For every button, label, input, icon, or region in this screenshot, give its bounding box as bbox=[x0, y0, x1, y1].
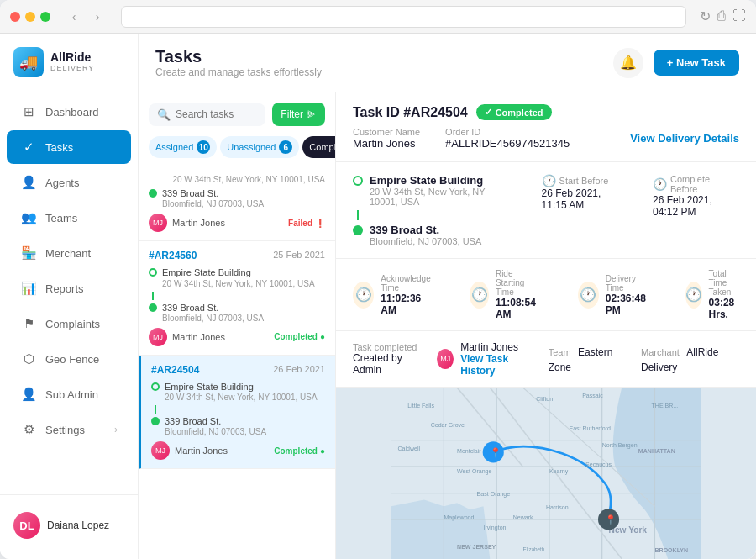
delivery-value: 02:36:48 PM bbox=[606, 293, 652, 316]
route-to-addr: Bloomfield, NJ 07003, USA bbox=[165, 427, 266, 436]
svg-text:Kearny: Kearny bbox=[549, 468, 569, 475]
task-card-header: #AR24504 26 Feb 2021 bbox=[151, 364, 325, 376]
close-button[interactable] bbox=[10, 12, 20, 22]
route-to: 339 Broad St. Bloomfield, NJ 07003, USA bbox=[151, 415, 325, 436]
view-history-link[interactable]: View Task History bbox=[460, 353, 531, 377]
total-time-body: Total Time Taken 03:28 Hrs. bbox=[709, 269, 745, 320]
sub-admin-icon: 👤 bbox=[20, 386, 37, 403]
order-info: Order ID #ALLRIDE456974521345 bbox=[445, 127, 570, 150]
search-input-wrap[interactable]: 🔍 bbox=[149, 103, 265, 126]
customer-label: Customer Name bbox=[353, 127, 420, 137]
forward-button[interactable]: › bbox=[87, 7, 108, 27]
merchant-icon: 🏪 bbox=[20, 245, 37, 261]
map-container[interactable]: Little Falls Cedar Grove Clifton Passaic… bbox=[336, 388, 756, 559]
destination-dot bbox=[149, 189, 157, 198]
list-item[interactable]: 20 W 34th St, New York, NY 10001, USA 33… bbox=[139, 166, 335, 241]
brand: 🚚 AllRide DELIVERY bbox=[0, 47, 138, 94]
agents-icon: 👤 bbox=[20, 174, 37, 191]
detail-times-row: 🕐 Acknowledge Time 11:02:36 AM 🕐 Ride St… bbox=[336, 259, 756, 331]
customer-name: Martin Jones bbox=[353, 137, 420, 150]
new-task-button[interactable]: + New Task bbox=[654, 50, 739, 76]
task-creator: Created by Admin bbox=[353, 352, 420, 376]
sidebar-item-geo-fence[interactable]: ⬡ Geo Fence bbox=[7, 342, 131, 376]
status-badge: Failed ❗ bbox=[288, 219, 325, 228]
agent-detail: Martin Jones View Task History bbox=[460, 341, 531, 377]
merchant-group: Marchant AllRide Delivery bbox=[641, 344, 739, 374]
acknowledge-time-card: 🕐 Acknowledge Time 11:02:36 AM bbox=[353, 269, 436, 320]
task-list: 20 W 34th St, New York, NY 10001, USA 33… bbox=[139, 166, 335, 559]
filter-button[interactable]: Filter ⫸ bbox=[272, 103, 325, 126]
sidebar-item-merchant[interactable]: 🏪 Merchant bbox=[7, 236, 131, 270]
sidebar-item-complaints[interactable]: ⚑ Complaints bbox=[7, 307, 131, 340]
sidebar-item-settings[interactable]: ⚙ Settings › bbox=[7, 413, 131, 446]
svg-text:West Orange: West Orange bbox=[457, 468, 491, 475]
address-bar[interactable] bbox=[121, 6, 686, 28]
sidebar-item-sub-admin[interactable]: 👤 Sub Admin bbox=[7, 377, 131, 411]
task-completed-info: Task completed Created by Admin bbox=[353, 342, 420, 376]
svg-text:North Bergen: North Bergen bbox=[602, 442, 638, 449]
agent-avatar: MJ bbox=[149, 214, 167, 232]
minimize-button[interactable] bbox=[25, 12, 35, 22]
merchant-label: Merchant bbox=[45, 247, 91, 260]
refresh-icon[interactable]: ↻ bbox=[700, 8, 711, 24]
detail-task-id: Task ID #AR24504 bbox=[353, 105, 468, 120]
route-from-addr: 20 W 34th St, New York, NY 10001, USA bbox=[165, 393, 318, 402]
agent-name: Martin Jones bbox=[172, 218, 225, 228]
task-tabs: Assigned 10 Unassigned 6 Completed 6 bbox=[139, 136, 335, 166]
task-date: 26 Feb 2021 bbox=[273, 364, 325, 376]
agent-avatar: MJ bbox=[437, 349, 454, 369]
task-footer: MJ Martin Jones Completed ● bbox=[151, 441, 325, 460]
tab-unassigned[interactable]: Unassigned 6 bbox=[220, 136, 299, 158]
search-input[interactable] bbox=[176, 108, 257, 120]
search-bar: 🔍 Filter ⫸ bbox=[139, 92, 335, 136]
svg-text:📍: 📍 bbox=[605, 514, 617, 525]
acknowledge-label: Acknowledge Time bbox=[381, 274, 436, 293]
detail-meta: Customer Name Martin Jones Order ID #ALL… bbox=[353, 127, 739, 150]
svg-text:📍: 📍 bbox=[490, 446, 501, 458]
maximize-button[interactable] bbox=[40, 12, 50, 22]
list-item[interactable]: #AR24504 26 Feb 2021 Empire State Buildi… bbox=[139, 356, 335, 470]
tab-assigned-badge: 10 bbox=[197, 140, 210, 154]
tab-completed-label: Completed bbox=[309, 142, 336, 152]
complete-before-value: 26 Feb 2021, 04:12 PM bbox=[653, 194, 739, 218]
from-stop-name: Empire State Building bbox=[370, 174, 508, 187]
sidebar-item-dashboard[interactable]: ⊞ Dashboard bbox=[7, 95, 131, 129]
route-to-name: 339 Broad St. bbox=[165, 415, 266, 427]
route-connector bbox=[152, 292, 154, 300]
complaints-icon: ⚑ bbox=[20, 315, 37, 332]
sidebar-item-tasks[interactable]: ✓ Tasks bbox=[7, 130, 131, 164]
notifications-button[interactable]: 🔔 bbox=[613, 48, 643, 78]
expand-icon[interactable]: ⛶ bbox=[732, 8, 746, 24]
sidebar-item-teams[interactable]: 👥 Teams bbox=[7, 201, 131, 235]
tab-assigned[interactable]: Assigned 10 bbox=[149, 136, 217, 158]
nav-buttons: ‹ › bbox=[64, 7, 108, 27]
user-profile[interactable]: DL Daiana Lopez bbox=[7, 505, 131, 546]
complete-before: 🕐 Complete Before 26 Feb 2021, 04:12 PM bbox=[653, 174, 739, 246]
back-button[interactable]: ‹ bbox=[64, 7, 84, 27]
start-before-value: 26 Feb 2021, 11:15 AM bbox=[542, 187, 627, 211]
sidebar-item-agents[interactable]: 👤 Agents bbox=[7, 166, 131, 199]
completed-status: Completed bbox=[496, 108, 543, 118]
tasks-icon: ✓ bbox=[20, 139, 37, 156]
route-to: 339 Broad St. Bloomfield, NJ 07003, USA bbox=[149, 187, 325, 208]
svg-text:East Orange: East Orange bbox=[477, 491, 511, 498]
teams-icon: 👥 bbox=[20, 209, 37, 226]
agent-name: Martin Jones bbox=[172, 332, 225, 342]
svg-text:MANHATTAN: MANHATTAN bbox=[638, 448, 675, 454]
tab-completed[interactable]: Completed 6 bbox=[302, 136, 336, 158]
new-task-label: + New Task bbox=[667, 56, 726, 69]
task-id: #AR24504 bbox=[151, 364, 199, 376]
user-name: Daiana Lopez bbox=[47, 519, 109, 531]
agent-group: MJ Martin Jones View Task History bbox=[437, 341, 531, 377]
brand-icon: 🚚 bbox=[13, 47, 44, 77]
list-item[interactable]: #AR24560 25 Feb 2021 Empire State Buildi… bbox=[139, 241, 335, 356]
view-delivery-link[interactable]: View Delivery Details bbox=[630, 132, 739, 145]
share-icon[interactable]: ⎙ bbox=[717, 8, 726, 24]
sidebar-item-reports[interactable]: 📊 Reports bbox=[7, 272, 131, 305]
tab-unassigned-badge: 6 bbox=[279, 140, 292, 154]
svg-text:NEW JERSEY: NEW JERSEY bbox=[457, 544, 496, 550]
agent-info: MJ Martin Jones bbox=[149, 328, 225, 346]
route-from: Empire State Building 20 W 34th St, New … bbox=[149, 266, 325, 287]
dashboard-label: Dashboard bbox=[45, 106, 99, 119]
merchant-label: Marchant bbox=[641, 347, 680, 357]
